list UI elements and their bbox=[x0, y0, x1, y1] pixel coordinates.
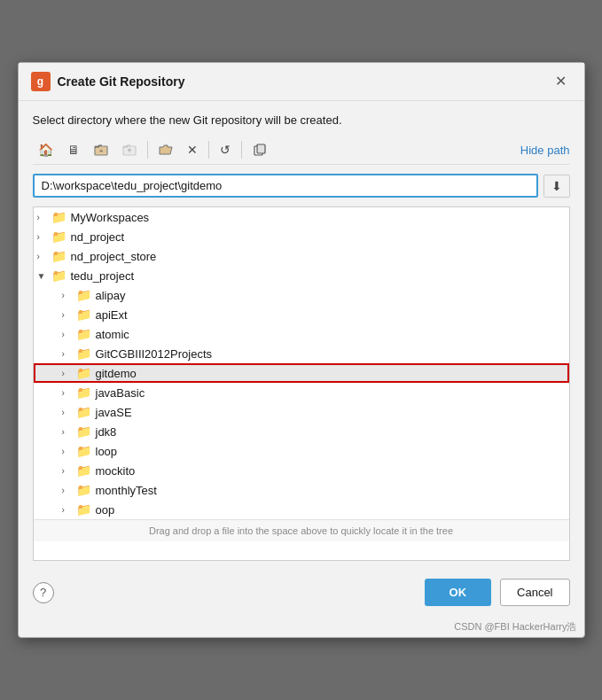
folder-icon: 📁 bbox=[76, 463, 91, 478]
tree-item-label: loop bbox=[96, 445, 118, 458]
tree-item[interactable]: ›📁nd_project bbox=[34, 227, 569, 246]
ok-button[interactable]: OK bbox=[425, 579, 492, 606]
tree-item-label: nd_project bbox=[71, 230, 125, 244]
tree-item[interactable]: ›📁jdk8 bbox=[34, 422, 569, 441]
tree-item[interactable]: ›📁GitCGBIII2012Projects bbox=[34, 344, 569, 363]
toolbar-separator bbox=[147, 141, 148, 159]
tree-item-label: tedu_project bbox=[71, 269, 135, 283]
tree-chevron: › bbox=[62, 349, 76, 359]
help-button[interactable]: ? bbox=[33, 582, 54, 603]
folder-icon: 📁 bbox=[51, 210, 66, 224]
tree-item[interactable]: ›📁mockito bbox=[34, 461, 569, 480]
open-folder-button[interactable] bbox=[153, 139, 178, 160]
toolbar: 🏠 🖥 + ✕ bbox=[33, 136, 570, 165]
folder-icon: 📁 bbox=[76, 502, 91, 517]
title-bar: g Create Git Repository ✕ bbox=[19, 63, 584, 101]
tree-item-label: nd_project_store bbox=[71, 250, 157, 263]
toolbar-separator-2 bbox=[208, 141, 209, 159]
folder-icon: 📁 bbox=[51, 229, 66, 244]
open-folder-icon bbox=[159, 143, 173, 157]
tree-chevron: › bbox=[62, 369, 76, 378]
tree-item-label: oop bbox=[96, 503, 115, 517]
tree-item-label: apiExt bbox=[96, 308, 128, 322]
tree-item-label: gitdemo bbox=[96, 367, 137, 380]
tree-item[interactable]: ›📁monthlyTest bbox=[34, 480, 569, 500]
tree-item[interactable]: ›📁oop bbox=[34, 500, 569, 519]
tree-chevron: › bbox=[62, 505, 76, 515]
folder-icon: 📁 bbox=[76, 424, 91, 439]
tree-item[interactable]: ›📁apiExt bbox=[34, 305, 569, 324]
tree-chevron: › bbox=[62, 330, 76, 339]
watermark: CSDN @FBI HackerHarry浩 bbox=[19, 618, 584, 637]
tree-item-label: mockito bbox=[96, 464, 136, 478]
toolbar-separator-3 bbox=[241, 141, 242, 159]
hide-path-link[interactable]: Hide path bbox=[520, 144, 570, 157]
tree-item-label: monthlyTest bbox=[96, 484, 157, 497]
home-button[interactable]: 🏠 bbox=[33, 139, 59, 160]
tree-item-label: javaSE bbox=[96, 406, 132, 419]
folder-up-button[interactable] bbox=[117, 139, 142, 160]
tree-item-label: atomic bbox=[96, 328, 129, 341]
tree-item[interactable]: ▼📁tedu_project bbox=[34, 266, 569, 285]
refresh-button[interactable]: ↺ bbox=[215, 139, 236, 160]
folder-icon: 📁 bbox=[76, 444, 91, 458]
tree-item[interactable]: ›📁atomic bbox=[34, 324, 569, 344]
tree-item[interactable]: ›📁MyWorkspaces bbox=[34, 207, 569, 227]
folder-icon: 📁 bbox=[76, 385, 91, 400]
tree-item-label: javaBasic bbox=[96, 386, 145, 400]
app-icon: g bbox=[31, 72, 51, 91]
svg-rect-4 bbox=[257, 144, 265, 153]
tree-item-label: jdk8 bbox=[96, 425, 117, 439]
file-tree[interactable]: ›📁MyWorkspaces›📁nd_project›📁nd_project_s… bbox=[33, 206, 570, 561]
tree-chevron: › bbox=[62, 486, 76, 495]
copy-path-icon bbox=[253, 143, 267, 157]
dialog-title: Create Git Repository bbox=[58, 74, 185, 89]
new-folder-icon: + bbox=[94, 143, 108, 157]
desktop-button[interactable]: 🖥 bbox=[62, 139, 85, 160]
drag-hint-text: Drag and drop a file into the space abov… bbox=[34, 519, 569, 541]
dialog-footer: ? OK Cancel bbox=[19, 570, 584, 618]
subtitle-text: Select directory where the new Git repos… bbox=[33, 113, 570, 127]
new-folder-button[interactable]: + bbox=[89, 139, 113, 160]
tree-chevron: › bbox=[37, 252, 51, 261]
path-input[interactable] bbox=[33, 174, 538, 198]
tree-item-label: alipay bbox=[96, 289, 126, 302]
tree-chevron: › bbox=[62, 291, 76, 300]
path-browse-button[interactable]: ⬇ bbox=[543, 175, 570, 198]
folder-icon: 📁 bbox=[76, 346, 91, 361]
footer-buttons: OK Cancel bbox=[425, 579, 570, 606]
delete-button[interactable]: ✕ bbox=[182, 139, 203, 160]
folder-icon: 📁 bbox=[76, 366, 91, 380]
tree-item[interactable]: ›📁loop bbox=[34, 441, 569, 461]
tree-chevron: › bbox=[62, 427, 76, 437]
folder-icon: 📁 bbox=[51, 249, 66, 263]
copy-path-button[interactable] bbox=[247, 139, 272, 160]
folder-up-icon bbox=[122, 143, 137, 157]
tree-item[interactable]: ›📁alipay bbox=[34, 285, 569, 305]
tree-item[interactable]: ›📁javaBasic bbox=[34, 383, 569, 402]
tree-item-label: MyWorkspaces bbox=[71, 211, 150, 224]
tree-chevron: › bbox=[37, 213, 51, 222]
tree-item[interactable]: ›📁gitdemo bbox=[34, 363, 569, 383]
create-git-repository-dialog: g Create Git Repository ✕ Select directo… bbox=[18, 62, 585, 638]
cancel-button[interactable]: Cancel bbox=[500, 579, 569, 606]
folder-icon: 📁 bbox=[76, 483, 91, 497]
close-button[interactable]: ✕ bbox=[550, 73, 572, 90]
tree-item[interactable]: ›📁javaSE bbox=[34, 402, 569, 422]
folder-icon: 📁 bbox=[76, 288, 91, 302]
dialog-body: Select directory where the new Git repos… bbox=[19, 101, 584, 570]
tree-chevron: › bbox=[62, 310, 76, 320]
tree-chevron: › bbox=[62, 408, 76, 417]
tree-chevron: › bbox=[62, 466, 76, 476]
tree-chevron: › bbox=[62, 388, 76, 398]
path-input-row: ⬇ bbox=[33, 174, 570, 198]
svg-text:+: + bbox=[98, 147, 103, 155]
folder-icon: 📁 bbox=[76, 307, 91, 322]
title-bar-left: g Create Git Repository bbox=[31, 72, 185, 91]
tree-chevron: ▼ bbox=[37, 271, 51, 281]
folder-icon: 📁 bbox=[76, 405, 91, 419]
folder-icon: 📁 bbox=[76, 327, 91, 341]
folder-icon: 📁 bbox=[51, 268, 66, 283]
tree-chevron: › bbox=[37, 232, 51, 242]
tree-item[interactable]: ›📁nd_project_store bbox=[34, 246, 569, 266]
